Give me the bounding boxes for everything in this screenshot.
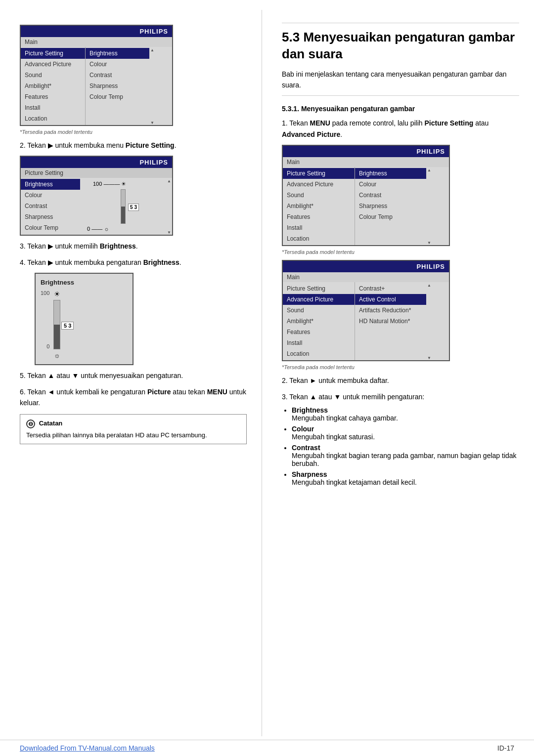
m4-contrast-plus: Contrast+ <box>355 283 426 294</box>
menu2-slider-fill <box>121 207 125 223</box>
tv-menu-4-left: Picture Setting Advanced Picture Sound A… <box>283 282 355 360</box>
step-2: 2. Tekan ▶ untuk membuka menu Picture Se… <box>20 140 247 151</box>
step3-end: . <box>136 242 138 250</box>
tv-menu-2-main: Picture Setting <box>21 168 172 178</box>
step-r1: 1. Tekan MENU pada remote control, lalu … <box>282 118 519 140</box>
menu-item-advanced-picture: Advanced Picture <box>21 59 85 70</box>
footer-link[interactable]: Downloaded From TV-Manual.com Manuals <box>20 744 155 752</box>
tv-menu-4-main: Main <box>283 272 449 282</box>
menu-right-contrast: Contrast <box>86 70 149 81</box>
tv-menu-4: PHILIPS Main Picture Setting Advanced Pi… <box>282 260 450 361</box>
right-column: 5.3 Menyesuaikan pengaturan gambar dan s… <box>262 10 534 736</box>
m3-brightness: Brightness <box>355 168 426 179</box>
scroll-up-icon3: ▲ <box>427 168 431 172</box>
m3-install: Install <box>283 222 355 233</box>
ps-sharpness: Sharpness <box>21 211 80 222</box>
bullet-brightness-title: Brightness <box>292 406 328 414</box>
divider2 <box>282 95 519 96</box>
tv-menu-1-header: PHILIPS <box>21 26 172 37</box>
bullet-contrast: Contrast Mengubah tingkat bagian terang … <box>292 444 519 467</box>
brightness-sun-icon: ☀ <box>54 290 60 298</box>
scroll-down-icon2: ▼ <box>167 230 171 235</box>
tv-menu-3-right: Brightness Colour Contrast Sharpness Col… <box>355 167 426 245</box>
m3-advanced-picture: Advanced Picture <box>283 179 355 190</box>
step3-text: Tekan ▶ untuk memilih <box>27 242 99 250</box>
step-r2: 2. Tekan ► untuk membuka daftar. <box>282 375 519 386</box>
step-3: 3. Tekan ▶ untuk memilih Brightness. <box>20 241 247 252</box>
subsection-number: 5.3.1. <box>282 105 299 113</box>
section-intro: Bab ini menjelaskan tentang cara menyesu… <box>282 69 519 91</box>
menu-item-features: Features <box>21 91 85 102</box>
step6-bold1: Picture <box>147 388 171 396</box>
m4-advanced-picture: Advanced Picture <box>283 294 355 305</box>
step-r1-bold3: Advanced Picture <box>282 130 340 138</box>
scroll-up-icon: ▲ <box>150 48 154 52</box>
scroll-down-icon3: ▼ <box>427 241 431 245</box>
tv-menu-3-header: PHILIPS <box>283 146 449 157</box>
scroll-up-icon4: ▲ <box>427 283 431 288</box>
brightness-sun-small-icon: ☼ <box>54 351 60 359</box>
tv-menu-2-scrollbar: ▲ ▼ <box>166 178 172 235</box>
bullet-sharpness-text: Mengubah tingkat ketajaman detail kecil. <box>292 478 417 486</box>
section-number: 5.3 <box>282 30 300 44</box>
tv-menu-1-main: Main <box>21 37 172 47</box>
step-5: 5. Tekan ▲ atau ▼ untuk menyesuaikan pen… <box>20 370 247 381</box>
step-r2-text: Tekan ► untuk membuka daftar. <box>289 377 389 384</box>
bullet-sharpness-title: Sharpness <box>292 470 327 478</box>
m4-location: Location <box>283 348 355 359</box>
m4-ambilight: Ambilight* <box>283 316 355 327</box>
bullet-colour-text: Mengubah tingkat saturasi. <box>292 433 375 441</box>
bullet-list: Brightness Mengubah tingkat cahaya gamba… <box>282 406 519 486</box>
step-r1-mid: pada remote control, lalu pilih <box>330 119 425 127</box>
menu-item-sound: Sound <box>21 70 85 81</box>
bullet-sharpness: Sharpness Mengubah tingkat ketajaman det… <box>292 470 519 486</box>
m3-colour-temp: Colour Temp <box>355 211 426 222</box>
m4-active-control: Active Control <box>355 294 426 305</box>
m4-install: Install <box>283 337 355 348</box>
scroll-up-icon2: ▲ <box>167 179 171 183</box>
tv-menu-1: PHILIPS Main Picture Setting Advanced Pi… <box>20 25 173 126</box>
menu-item-install: Install <box>21 102 85 113</box>
m3-contrast: Contrast <box>355 190 426 201</box>
bullet-contrast-title: Contrast <box>292 444 320 452</box>
brightness-box: Brightness 100 0 ☀ 5 3 ☼ <box>35 273 134 365</box>
tv-menu-2-header: PHILIPS <box>21 157 172 168</box>
m4-hd-motion: HD Natural Motion* <box>355 316 426 327</box>
tv-menu-4-right: Contrast+ Active Control Artifacts Reduc… <box>355 282 426 360</box>
ps-contrast: Contrast <box>21 201 80 211</box>
step6-bold2: MENU <box>207 388 227 396</box>
note-icon: ⊖ <box>26 420 35 428</box>
m4-picture-setting: Picture Setting <box>283 283 355 294</box>
tv-menu-2: PHILIPS Picture Setting Brightness Colou… <box>20 156 173 236</box>
step2-bold: Picture Setting <box>126 141 175 149</box>
tv-menu-1-left: Picture Setting Advanced Picture Sound A… <box>21 47 85 125</box>
page-number: ID-17 <box>497 744 514 752</box>
tv-menu-3: PHILIPS Main Picture Setting Advanced Pi… <box>282 145 450 246</box>
step5-text: Tekan ▲ atau ▼ untuk menyesuaikan pengat… <box>27 372 183 379</box>
tv-menu-4-header: PHILIPS <box>283 261 449 272</box>
bullet-brightness-text: Mengubah tingkat cahaya gambar. <box>292 414 398 422</box>
note-header: ⊖ Catatan <box>26 419 240 428</box>
step4-text: Tekan ▶ untuk membuka pengaturan <box>27 258 143 266</box>
step2-end: . <box>175 141 177 149</box>
menu-item-location: Location <box>21 113 85 124</box>
bullet-colour: Colour Mengubah tingkat saturasi. <box>292 425 519 441</box>
m3-location: Location <box>283 233 355 244</box>
m3-ambilight: Ambilight* <box>283 201 355 211</box>
brightness-title: Brightness <box>41 279 128 286</box>
step6-text: Tekan ◄ untuk kembali ke pengaturan <box>27 388 147 396</box>
m4-artifacts: Artifacts Reduction* <box>355 305 426 316</box>
step-6: 6. Tekan ◄ untuk kembali ke pengaturan P… <box>20 386 247 409</box>
step-r1-end: . <box>340 130 342 138</box>
scroll-down-icon: ▼ <box>150 121 154 125</box>
step-r1-mid2: atau <box>473 119 489 127</box>
menu-right-sharpness: Sharpness <box>86 81 149 91</box>
slider-labels: 100 0 <box>41 290 49 349</box>
brightness-slider-value: 5 3 <box>61 322 74 330</box>
m3-sharpness: Sharpness <box>355 201 426 211</box>
m3-colour: Colour <box>355 179 426 190</box>
slider-100-label: 100 ——— ☀ <box>93 181 126 187</box>
slider-track-container: ☀ 5 3 ☼ <box>53 290 60 359</box>
note-title: Catatan <box>39 420 63 427</box>
ps-colour: Colour <box>21 190 80 201</box>
